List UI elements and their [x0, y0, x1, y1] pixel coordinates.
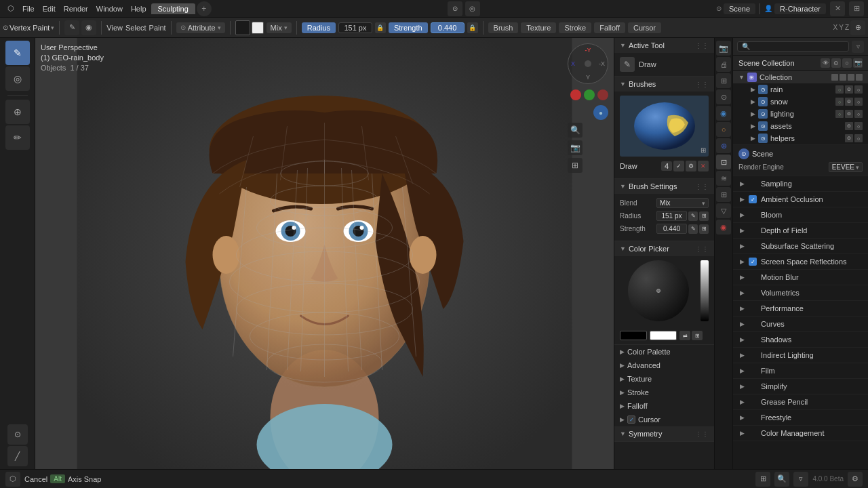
active-tool-menu-icon[interactable]: ⋮⋮: [695, 42, 709, 49]
cursor-btn[interactable]: Cursor: [628, 22, 661, 33]
radius-btn[interactable]: Radius: [302, 22, 336, 33]
data-tab-icon[interactable]: ▽: [716, 203, 731, 218]
object-mode-icon[interactable]: ⊙: [448, 1, 462, 16]
settings-icon[interactable]: ⚙: [848, 472, 863, 487]
section-header-Simplify[interactable]: ▶ Simplify: [733, 379, 868, 394]
world-tab-icon[interactable]: ◉: [716, 106, 731, 121]
item-icon2-lighting[interactable]: ○: [854, 110, 863, 118]
color-picker-menu-icon[interactable]: ⋮⋮: [695, 245, 709, 253]
color-swatch-area[interactable]: [235, 20, 264, 35]
scene-selector[interactable]: ⊙ Scene: [716, 3, 755, 14]
item-icon2-helpers[interactable]: ○: [854, 134, 863, 142]
menu-render[interactable]: Render: [60, 3, 92, 14]
filter-icon-bottom[interactable]: ▿: [793, 472, 808, 487]
section-header-Ambient Occlusion[interactable]: ▶ ✓ Ambient Occlusion: [733, 192, 868, 207]
navigation-gizmo[interactable]: -Y Y X -X: [568, 43, 608, 84]
tree-item-snow[interactable]: ▶ ⊙ snow ○ ⊙ ○: [733, 96, 868, 108]
strength-btn[interactable]: Strength: [389, 22, 428, 33]
physics-tab-icon[interactable]: ≋: [716, 171, 731, 186]
render-engine-dropdown[interactable]: EEVEE ▾: [829, 162, 863, 172]
menu-file[interactable]: File: [19, 3, 38, 14]
item-icon1-rain[interactable]: ⊙: [845, 85, 853, 94]
color-picker-header[interactable]: ▼ Color Picker ⋮⋮: [614, 241, 714, 256]
symmetry-menu-icon[interactable]: ⋮⋮: [695, 430, 709, 438]
section-header-Indirect Lighting[interactable]: ▶ Indirect Lighting: [733, 348, 868, 363]
strength-value[interactable]: 0.440: [431, 22, 465, 33]
tree-item-lighting[interactable]: ▶ ⊙ lighting ○ ⊙ ○: [733, 108, 868, 120]
camera-icon[interactable]: ⊞: [568, 158, 583, 173]
radius-field[interactable]: 151 px: [656, 211, 687, 221]
section-header-Performance[interactable]: ▶ Performance: [733, 301, 868, 316]
material-tab-icon[interactable]: ◉: [716, 220, 731, 235]
menu-edit[interactable]: Edit: [39, 3, 59, 14]
item-icon2-rain[interactable]: ○: [854, 85, 863, 94]
search-icon[interactable]: 🔍: [774, 472, 789, 487]
strength-icon2[interactable]: ⊞: [699, 224, 709, 234]
menu-window[interactable]: Window: [93, 3, 126, 14]
swatch-swap-icon[interactable]: ⇄: [679, 331, 690, 340]
strength-field[interactable]: 0.440: [656, 224, 687, 234]
particles-tab-icon[interactable]: ⊡: [716, 155, 731, 169]
strength-icon1[interactable]: ✎: [688, 224, 698, 234]
radius-icon2[interactable]: ⊞: [699, 211, 709, 221]
annotate-line-btn[interactable]: ╱: [7, 446, 28, 466]
blender-logo-icon[interactable]: ⬡: [4, 2, 18, 16]
properties-search[interactable]: 🔍: [737, 41, 849, 52]
view-layer-tab-icon[interactable]: ⊞: [716, 73, 731, 88]
cursor-tool-btn[interactable]: ⊙: [7, 424, 28, 445]
hide-icon[interactable]: ○: [842, 58, 852, 68]
brushes-header[interactable]: ▼ Brushes ⋮⋮: [614, 77, 714, 92]
item-vis-lighting[interactable]: ○: [835, 110, 844, 118]
view-menu[interactable]: View: [106, 24, 123, 32]
radius-lock-icon[interactable]: 🔒: [375, 22, 386, 33]
info-icon[interactable]: ⊞: [849, 1, 864, 16]
item-icon1-lighting[interactable]: ⊙: [845, 110, 853, 118]
scene-tab-icon[interactable]: ⊙: [716, 89, 731, 104]
col-icon2[interactable]: [840, 74, 846, 81]
render-tab-icon[interactable]: 📷: [716, 41, 731, 56]
symmetry-header[interactable]: ▼ Symmetry ⋮⋮: [614, 426, 714, 441]
workspace-tab-sculpting[interactable]: Sculpting: [151, 3, 195, 14]
draw-tool-btn[interactable]: ✎: [5, 41, 30, 65]
item-icon1-snow[interactable]: ⊙: [845, 98, 853, 106]
view-sphere[interactable]: ●: [593, 105, 608, 120]
attribute-selector[interactable]: ⊙ Attribute ▾: [176, 22, 225, 33]
section-header-Motion Blur[interactable]: ▶ Motion Blur: [733, 270, 868, 285]
collection-item[interactable]: ▼ ⊞ Collection: [733, 71, 868, 83]
stroke-item[interactable]: ▶ Stroke: [614, 386, 714, 399]
background-color[interactable]: [252, 22, 264, 34]
item-vis-snow[interactable]: ○: [835, 98, 844, 106]
eye-icon[interactable]: 👁: [821, 58, 830, 68]
item-icon1-helpers[interactable]: ⊙: [845, 134, 853, 142]
transform-tool-btn[interactable]: ⊕: [5, 100, 30, 124]
brush-check-icon[interactable]: ✓: [673, 161, 684, 171]
value-slider[interactable]: [701, 260, 709, 321]
brush-preview[interactable]: ⊞: [620, 96, 709, 157]
select-menu[interactable]: Select: [125, 24, 146, 32]
brushes-menu-icon[interactable]: ⋮⋮: [695, 81, 709, 88]
color-palette-item[interactable]: ▶ Color Palette: [614, 345, 714, 359]
mode-selector[interactable]: ⊙ Vertex Paint ▾: [3, 24, 54, 32]
annotate-tool-btn[interactable]: ✏: [5, 125, 30, 150]
item-icon1-assets[interactable]: ⊙: [845, 122, 853, 130]
item-icon2-assets[interactable]: ○: [854, 122, 863, 130]
blend-selector[interactable]: Mix ▾: [267, 22, 292, 33]
viewport-shading-icon[interactable]: ◎: [465, 1, 480, 16]
tree-item-assets[interactable]: ▶ ⊙ assets ⊙ ○: [733, 120, 868, 132]
section-header-Freestyle[interactable]: ▶ Freestyle: [733, 410, 868, 425]
advanced-item[interactable]: ▶ Advanced: [614, 359, 714, 372]
character-selector[interactable]: 👤 R-Character: [764, 3, 826, 14]
section-header-Color Management[interactable]: ▶ Color Management: [733, 426, 868, 441]
swatch-add-icon[interactable]: ⊞: [692, 331, 703, 340]
col-icon3[interactable]: [848, 74, 854, 81]
symmetry-icon[interactable]: ⊕: [850, 20, 865, 35]
brush-settings-header[interactable]: ▼ Brush Settings ⋮⋮: [614, 179, 714, 194]
radius-value[interactable]: 151 px: [338, 22, 372, 33]
item-vis-rain[interactable]: ○: [835, 85, 844, 94]
section-header-Volumetrics[interactable]: ▶ Volumetrics: [733, 285, 868, 300]
viewport[interactable]: User Perspective (1) GEO-rain_body Objec…: [35, 38, 614, 469]
section-header-Screen Space Reflections[interactable]: ▶ ✓ Screen Space Reflections: [733, 254, 868, 269]
black-swatch[interactable]: [620, 331, 647, 340]
tree-item-helpers[interactable]: ▶ ⊙ helpers ⊙ ○: [733, 132, 868, 144]
texture-btn[interactable]: Texture: [521, 22, 556, 33]
